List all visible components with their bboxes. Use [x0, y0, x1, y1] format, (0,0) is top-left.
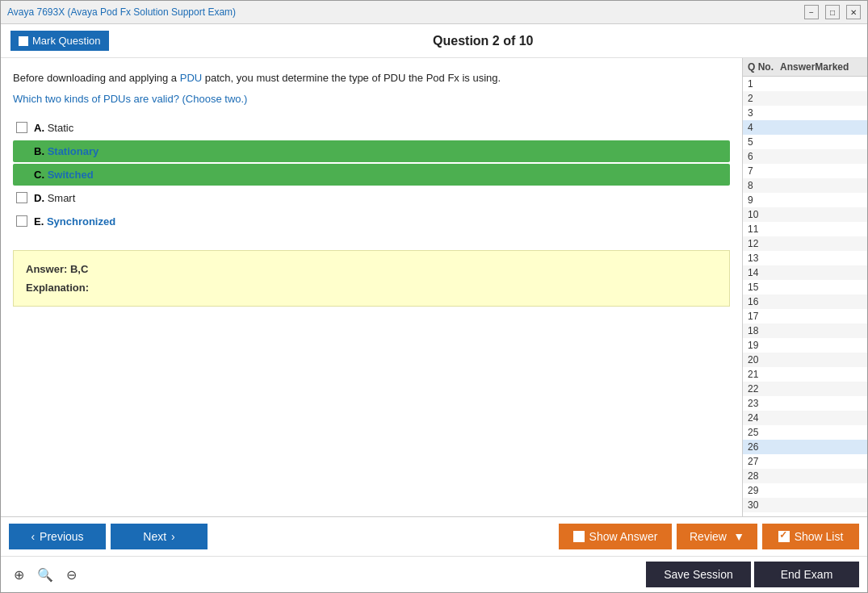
option-c-checkbox[interactable] — [16, 169, 27, 180]
sidebar-row-14[interactable]: 14 — [743, 265, 867, 280]
question-area: Before downloading and applying a PDU pa… — [1, 58, 742, 516]
options-list: A. Static B. Stationary C. Switched — [13, 117, 730, 234]
option-b-label: B. Stationary — [34, 145, 99, 157]
zoom-out-button[interactable]: ⊖ — [61, 566, 82, 584]
sidebar-row-4[interactable]: 4 — [743, 120, 867, 135]
bottom-bar-1: ‹ Previous Next › Show Answer Review ▼ S… — [1, 516, 867, 556]
sub-question: Which two kinds of PDUs are valid? (Choo… — [13, 93, 730, 105]
mark-question-button[interactable]: Mark Question — [10, 31, 109, 51]
question-title: Question 2 of 10 — [109, 34, 858, 48]
sidebar-row-23[interactable]: 23 — [743, 396, 867, 411]
sidebar-row-18[interactable]: 18 — [743, 324, 867, 338]
sidebar-row-num: 21 — [748, 369, 780, 380]
show-list-label: Show List — [795, 530, 844, 543]
zoom-normal-button[interactable]: 🔍 — [32, 566, 58, 584]
sidebar-row-11[interactable]: 11 — [743, 222, 867, 236]
option-a-label: A. Static — [34, 122, 73, 134]
option-a-checkbox[interactable] — [16, 122, 27, 133]
end-exam-button[interactable]: End Exam — [754, 562, 859, 587]
show-list-checkbox-icon — [778, 531, 790, 542]
sidebar-row-6[interactable]: 6 — [743, 149, 867, 164]
sidebar-row-num: 7 — [748, 165, 780, 177]
sidebar-row-25[interactable]: 25 — [743, 425, 867, 440]
sidebar-row-20[interactable]: 20 — [743, 353, 867, 367]
sidebar-row-num: 2 — [748, 93, 780, 104]
sidebar-row-27[interactable]: 27 — [743, 454, 867, 469]
option-b[interactable]: B. Stationary — [13, 140, 730, 162]
sidebar-row-7[interactable]: 7 — [743, 164, 867, 178]
sidebar-row-19[interactable]: 19 — [743, 338, 867, 353]
sidebar-row-1[interactable]: 1 — [743, 77, 867, 91]
sidebar-row-num: 26 — [748, 441, 780, 453]
sidebar-row-8[interactable]: 8 — [743, 178, 867, 193]
explanation-line: Explanation: — [26, 282, 717, 294]
sidebar-row-num: 17 — [748, 311, 780, 322]
sidebar-row-num: 14 — [748, 267, 780, 278]
sidebar-row-num: 30 — [748, 499, 780, 511]
minimize-button[interactable]: − — [804, 5, 819, 19]
sidebar-row-num: 12 — [748, 238, 780, 249]
option-e[interactable]: E. Synchronized — [13, 211, 730, 232]
sidebar-row-26[interactable]: 26 — [743, 440, 867, 454]
next-button[interactable]: Next › — [111, 524, 208, 549]
sidebar-row-10[interactable]: 10 — [743, 207, 867, 222]
close-button[interactable]: ✕ — [846, 5, 861, 19]
sidebar-row-22[interactable]: 22 — [743, 382, 867, 396]
sidebar-row-9[interactable]: 9 — [743, 193, 867, 207]
sidebar-row-12[interactable]: 12 — [743, 236, 867, 251]
sidebar-row-15[interactable]: 15 — [743, 280, 867, 294]
show-answer-icon — [573, 531, 585, 542]
show-list-button[interactable]: Show List — [762, 524, 859, 549]
sidebar-row-28[interactable]: 28 — [743, 469, 867, 483]
sidebar-row-30[interactable]: 30 — [743, 498, 867, 512]
sidebar-row-num: 9 — [748, 194, 780, 206]
option-c[interactable]: C. Switched — [13, 164, 730, 186]
sidebar-row-21[interactable]: 21 — [743, 367, 867, 382]
next-label: Next — [143, 530, 166, 543]
sidebar-row-num: 8 — [748, 180, 780, 191]
option-d-checkbox[interactable] — [16, 192, 27, 203]
sidebar-row-24[interactable]: 24 — [743, 411, 867, 425]
sidebar-row-2[interactable]: 2 — [743, 91, 867, 106]
option-b-checkbox[interactable] — [16, 145, 27, 157]
option-d[interactable]: D. Smart — [13, 187, 730, 209]
sidebar-row-16[interactable]: 16 — [743, 294, 867, 309]
option-a[interactable]: A. Static — [13, 117, 730, 139]
sidebar-marked-header: Marked — [815, 61, 863, 73]
sidebar-row-num: 19 — [748, 340, 780, 351]
sidebar-row-13[interactable]: 13 — [743, 251, 867, 265]
option-e-checkbox[interactable] — [16, 215, 27, 227]
sidebar-row-num: 16 — [748, 296, 780, 307]
sidebar-row-num: 10 — [748, 209, 780, 220]
save-session-button[interactable]: Save Session — [646, 562, 751, 587]
sidebar-row-num: 25 — [748, 427, 780, 438]
sidebar-row-num: 11 — [748, 223, 780, 235]
review-button[interactable]: Review ▼ — [677, 524, 757, 549]
show-answer-button[interactable]: Show Answer — [559, 524, 672, 549]
sidebar-body[interactable]: 1234567891011121314151617181920212223242… — [743, 77, 867, 516]
option-c-label: C. Switched — [34, 169, 94, 181]
answer-box: Answer: B,C Explanation: — [13, 250, 730, 307]
maximize-button[interactable]: □ — [825, 5, 840, 19]
sidebar-row-17[interactable]: 17 — [743, 309, 867, 324]
sidebar-row-num: 18 — [748, 325, 780, 336]
sidebar-row-num: 23 — [748, 398, 780, 409]
option-d-label: D. Smart — [34, 192, 75, 204]
previous-button[interactable]: ‹ Previous — [9, 524, 106, 549]
sidebar-row-3[interactable]: 3 — [743, 106, 867, 120]
sidebar-qno-header: Q No. — [748, 61, 780, 73]
mark-question-label: Mark Question — [32, 35, 101, 47]
title-bar: Avaya 7693X (Avaya Pod Fx Solution Suppo… — [1, 1, 867, 24]
title-bar-text: Avaya 7693X (Avaya Pod Fx Solution Suppo… — [7, 6, 236, 18]
main-window: Avaya 7693X (Avaya Pod Fx Solution Suppo… — [0, 0, 868, 593]
mark-icon — [19, 36, 28, 46]
sidebar-row-5[interactable]: 5 — [743, 135, 867, 149]
sidebar-row-num: 24 — [748, 412, 780, 424]
option-e-label: E. Synchronized — [34, 215, 115, 228]
zoom-in-button[interactable]: ⊕ — [9, 566, 29, 584]
sidebar-row-num: 28 — [748, 470, 780, 482]
sidebar-row-29[interactable]: 29 — [743, 483, 867, 498]
sidebar-row-num: 13 — [748, 253, 780, 264]
next-arrow-icon: › — [171, 530, 175, 543]
sidebar-row-num: 15 — [748, 282, 780, 293]
